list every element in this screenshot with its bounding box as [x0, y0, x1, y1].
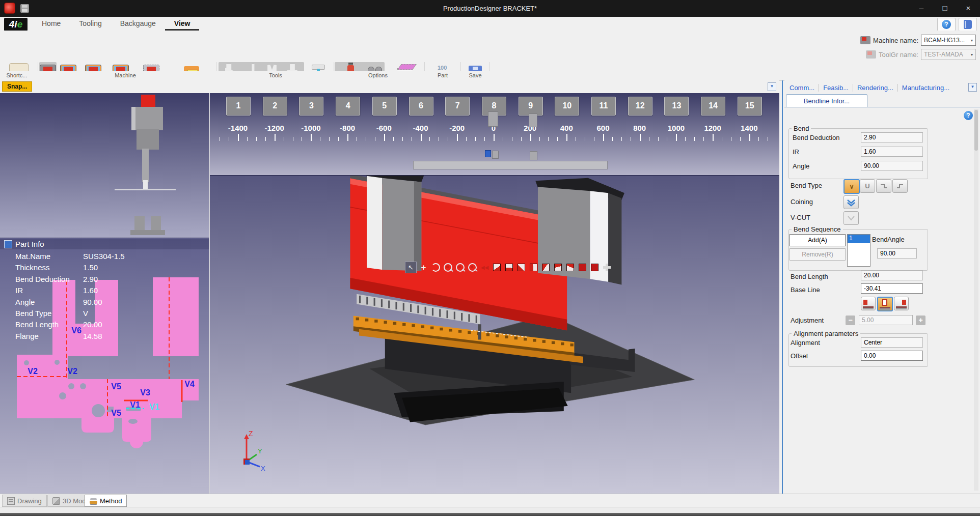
tool-preview-view[interactable] [0, 93, 209, 238]
tab-method[interactable]: Method [85, 495, 127, 507]
bend-angle-field[interactable] [877, 248, 917, 259]
baseline-center-button[interactable] [877, 297, 893, 311]
coining-button[interactable] [843, 195, 859, 209]
stage-button[interactable]: 14 [701, 97, 725, 116]
view-front-icon[interactable] [504, 262, 514, 273]
view-shaded-icon[interactable] [589, 262, 600, 273]
main-3d-viewport[interactable]: 123456789101112131415 -1400-1200-1000-80… [210, 93, 779, 494]
ruler-tick [521, 137, 522, 141]
machine-3d-view[interactable]: ↖+◀◀ Z Y X ↓ ◀◀ ■ ▶▶ ◀ 1 [210, 176, 779, 494]
ruler-tick [503, 137, 503, 141]
ruler-tick [229, 137, 229, 141]
cross-glyph [603, 264, 611, 271]
maximize-button[interactable]: □ [933, 0, 957, 17]
stage-button[interactable]: 13 [664, 97, 689, 116]
adjustment-minus-button[interactable]: − [846, 316, 855, 325]
bend-sequence-list[interactable]: 1 [847, 234, 870, 267]
panel-help-icon[interactable]: ? [964, 111, 973, 120]
ruler-tick [566, 134, 567, 141]
view-add-icon[interactable] [602, 262, 612, 273]
panel-tab-feasib[interactable]: Feasib... [819, 84, 853, 92]
add-button[interactable]: Add(A) [790, 234, 846, 246]
view-left-icon[interactable] [528, 262, 539, 273]
group-label-part: Part [438, 72, 448, 78]
adjustment-plus-button[interactable]: + [916, 316, 925, 325]
help-button[interactable]: ? [937, 18, 956, 31]
manual-button[interactable] [959, 18, 977, 31]
ruler-tick [539, 137, 540, 141]
view-top-icon[interactable] [553, 262, 563, 273]
stage-button[interactable]: 10 [555, 97, 579, 116]
stage-button[interactable]: 2 [263, 97, 287, 116]
ruler-tick [612, 137, 613, 141]
collapse-icon[interactable]: − [4, 240, 12, 248]
axis-tick-label: 1200 [704, 124, 721, 132]
ruler-tick [658, 137, 659, 141]
cube-glyph [530, 264, 537, 271]
baseline-right-button[interactable] [894, 297, 909, 310]
panel-scrollbar[interactable] [974, 109, 978, 491]
stage-button[interactable]: 11 [591, 97, 616, 116]
baseline-left-button[interactable] [861, 297, 876, 310]
tab-drawing[interactable]: Drawing [2, 495, 47, 507]
bend-type-v-button[interactable]: ∨ [843, 179, 860, 194]
stage-button[interactable]: 9 [519, 97, 543, 116]
ruler-scrollbar[interactable] [413, 161, 608, 169]
zoom-icon[interactable] [443, 262, 453, 273]
stage-button[interactable]: 15 [738, 97, 762, 116]
magnifier-glyph [468, 263, 477, 272]
view-bottom-icon[interactable] [565, 262, 576, 273]
view-back-icon[interactable] [516, 262, 527, 273]
bend-deduction-field[interactable] [861, 132, 923, 142]
offset-field[interactable] [861, 351, 923, 361]
group-label-machine: Machine [115, 72, 136, 78]
ir-field[interactable] [861, 147, 923, 157]
stage-button[interactable]: 3 [299, 97, 323, 116]
ribbon-tab-home[interactable]: Home [33, 17, 70, 31]
select-icon[interactable]: ↖ [405, 262, 417, 273]
stage-button[interactable]: 7 [445, 97, 470, 116]
bend-type-u-button[interactable]: U [860, 179, 875, 193]
tab-bendline-info[interactable]: Bendline Infor... [786, 94, 867, 107]
angle-field[interactable] [861, 161, 923, 171]
bend-length-field[interactable] [861, 270, 923, 280]
stage-button[interactable]: 6 [409, 97, 433, 116]
snap-button[interactable]: Snap... [2, 81, 32, 92]
view-iso-icon[interactable] [492, 262, 502, 273]
panel-tab-comm[interactable]: Comm... [785, 84, 819, 92]
stage-button[interactable]: 12 [628, 97, 652, 116]
cube-glyph [493, 264, 501, 271]
snap-dropdown-icon[interactable]: ▼ [768, 82, 776, 91]
ruler-tick [640, 134, 641, 141]
rotate-icon[interactable] [430, 262, 441, 273]
group-label-tools: Tools [269, 72, 282, 78]
bend-type-joggle2-button[interactable] [892, 179, 908, 193]
alignment-field[interactable] [861, 337, 923, 348]
panel-tabs-dropdown-icon[interactable]: ▼ [968, 83, 977, 92]
base-line-field[interactable] [861, 283, 923, 294]
ruler-tick [585, 137, 585, 141]
stage-button[interactable]: 4 [336, 97, 360, 116]
zoom-fit-icon[interactable] [467, 262, 478, 273]
panel-tab-rendering[interactable]: Rendering... [853, 84, 898, 92]
sequence-item[interactable]: 1 [848, 235, 870, 243]
stage-button[interactable]: 5 [372, 97, 397, 116]
panel-tab-manufacturing[interactable]: Manufacturing... [898, 84, 954, 92]
ruler-tick [694, 137, 695, 141]
view-undo-icon[interactable]: ◀◀ [479, 262, 490, 273]
view-solid-icon[interactable] [577, 262, 588, 273]
zoom-window-icon[interactable] [455, 262, 466, 273]
ribbon-tab-tooling[interactable]: Tooling [70, 17, 111, 31]
minimize-button[interactable]: – [910, 0, 933, 17]
view-right-icon[interactable] [540, 262, 551, 273]
cube-glyph [579, 264, 586, 271]
ribbon-tab-view[interactable]: View [165, 17, 200, 31]
machine-name-select[interactable]: BCAM-HG13... ▾ [921, 35, 976, 46]
ribbon-tab-backgauge[interactable]: Backgauge [111, 17, 165, 31]
bend-type-joggle1-button[interactable] [876, 179, 891, 193]
pan-icon[interactable]: + [418, 262, 429, 273]
ruler-tick [448, 137, 448, 141]
ruler-tick [357, 137, 357, 141]
close-button[interactable]: × [957, 0, 980, 17]
stage-button[interactable]: 1 [226, 97, 251, 116]
